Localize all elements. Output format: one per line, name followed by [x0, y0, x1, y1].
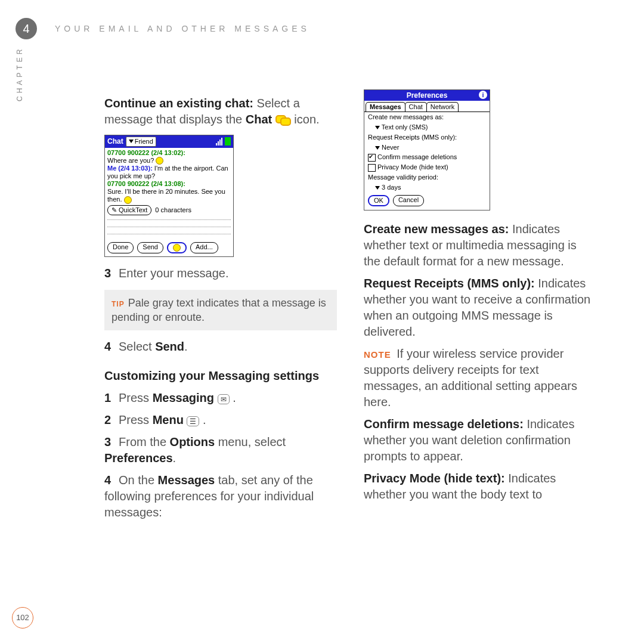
chapter-badge: 4: [16, 18, 37, 39]
prefs-title: Preferences: [407, 91, 448, 100]
note-paragraph: NOTE If your wireless service provider s…: [364, 346, 596, 410]
info-icon[interactable]: i: [479, 91, 487, 99]
custom-step-3: 3From the Options menu, select Preferenc…: [104, 434, 337, 466]
chat-screenshot: Chat Friend 07700 900222 (2/4 13:02): Wh…: [104, 135, 234, 257]
preferences-screenshot: Preferencesi Messages Chat Network Creat…: [364, 89, 490, 210]
pref-row: Create new messages as:: [364, 112, 490, 122]
custom-step-4: 4On the Messages tab, set any of the fol…: [104, 472, 337, 521]
chat-msg-header: 07700 900222 (2/4 13:08):: [107, 180, 231, 188]
chapter-side-label: CHAPTER: [15, 47, 24, 101]
note-label: NOTE: [364, 349, 391, 360]
pref-dropdown[interactable]: Text only (SMS): [364, 122, 490, 132]
custom-step-1: 1Press Messaging ✉ .: [104, 390, 337, 406]
running-head: YOUR EMAIL AND OTHER MESSAGES: [55, 23, 310, 35]
pref-dropdown[interactable]: 3 days: [364, 182, 490, 193]
messaging-key-icon: ✉: [218, 394, 230, 404]
custom-step-2: 2Press Menu ☰ .: [104, 412, 337, 428]
done-button[interactable]: Done: [107, 242, 134, 253]
continue-chat-label: Continue an existing chat:: [104, 97, 253, 110]
smile-icon: [156, 157, 163, 165]
pref-row: Request Receipts (MMS only):: [364, 132, 490, 143]
ok-button[interactable]: OK: [368, 195, 389, 206]
send-button[interactable]: Send: [137, 242, 163, 253]
tip-box: TIPPale gray text indicates that a messa…: [104, 290, 337, 331]
chat-msg: Sure. I'll be there in 20 minutes. See y…: [107, 188, 231, 204]
menu-key-icon: ☰: [187, 416, 199, 426]
cancel-button[interactable]: Cancel: [393, 195, 424, 206]
pref-row: Message validity period:: [364, 172, 490, 182]
step-3: 3Enter your message.: [104, 265, 337, 281]
page-number: 102: [12, 607, 33, 628]
create-new-messages-paragraph: Create new messages as: Indicates whethe…: [364, 221, 596, 270]
chat-msg-header: 07700 900222 (2/4 13:02):: [107, 149, 231, 157]
tab-network[interactable]: Network: [426, 102, 459, 112]
text-input-line[interactable]: [107, 219, 231, 225]
step-4: 4Select Send.: [104, 339, 337, 355]
friend-dropdown[interactable]: Friend: [126, 137, 156, 147]
continue-chat-paragraph: Continue an existing chat: Select a mess…: [104, 95, 337, 128]
quicktext-button[interactable]: ✎ QuickText: [107, 205, 151, 215]
tab-messages[interactable]: Messages: [366, 102, 405, 112]
chat-msg: Where are you?: [107, 157, 231, 165]
pref-dropdown[interactable]: Never: [364, 143, 490, 153]
chat-icon: [275, 115, 291, 126]
confirm-deletions-paragraph: Confirm message deletions: Indicates whe…: [364, 416, 596, 465]
tab-chat[interactable]: Chat: [405, 102, 427, 112]
char-count: 0 characters: [155, 206, 191, 215]
privacy-mode-paragraph: Privacy Mode (hide text): Indicates whet…: [364, 470, 596, 503]
request-receipts-paragraph: Request Receipts (MMS only): Indicates w…: [364, 275, 596, 340]
smile-icon: [124, 196, 132, 204]
checkbox-confirm-deletions[interactable]: Confirm message deletions: [364, 152, 490, 162]
battery-icon: [225, 137, 231, 145]
chat-title: Chat: [107, 137, 123, 146]
add-button[interactable]: Add...: [190, 242, 218, 253]
emoji-button[interactable]: [167, 242, 187, 253]
subheading-customizing: Customizing your Messaging settings: [104, 368, 337, 384]
signal-icon: [216, 138, 222, 145]
tip-label: TIP: [112, 300, 125, 308]
chat-msg: Me (2/4 13:03): I'm at the the airport. …: [107, 165, 231, 180]
checkbox-privacy-mode[interactable]: Privacy Mode (hide text): [364, 162, 490, 172]
